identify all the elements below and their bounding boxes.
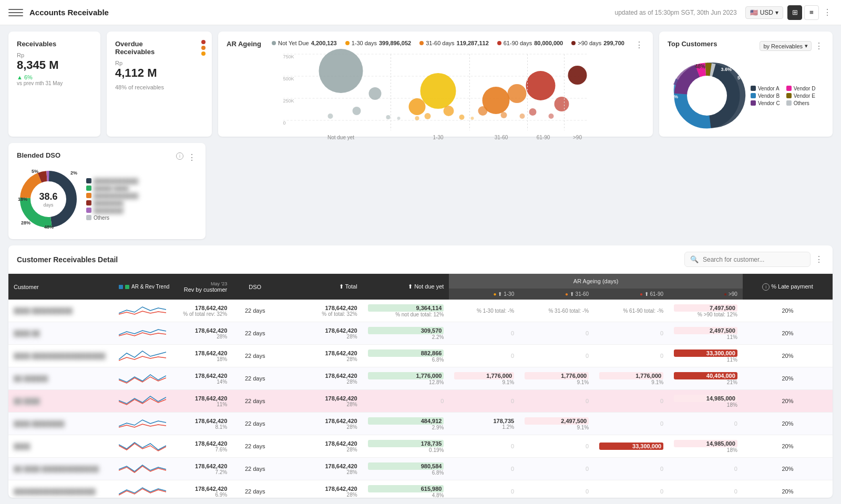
ar-indicator [119, 285, 123, 289]
svg-point-28 [529, 108, 537, 116]
dso-legend-4: ████████ [86, 200, 138, 206]
table-view-button[interactable]: ≡ [804, 5, 819, 20]
overdue-card: OverdueReceivables Rp 4,112 M 48% of rec… [107, 32, 212, 137]
dso-legend-5: ████████ [86, 208, 138, 213]
legend-dot-90-plus [571, 41, 576, 45]
dso-legend-3: ████████████ [86, 193, 138, 199]
receivables-card: Receivables Rp 8,345 M ▲ 6% vs prev mth … [8, 32, 100, 137]
donut-label-2pct: 2% [734, 61, 741, 67]
legend-1-30: 1-30 days 399,896,052 [345, 40, 411, 46]
legend-dot-1-30 [345, 41, 350, 45]
top-customers-content: 2% 3.6% 5% 18% 28% 48% Ve [668, 56, 824, 135]
svg-point-15 [409, 98, 426, 115]
overdue-dot-1 [201, 40, 206, 44]
chevron-down-icon: ▾ [805, 43, 808, 49]
currency-selector[interactable]: 🇺🇸 USD ▾ [745, 6, 783, 19]
flag-icon: 🇺🇸 [750, 9, 758, 16]
legend-31-60: 31-60 days 119,287,112 [419, 40, 489, 46]
col-customer: Customer [8, 274, 114, 300]
grid-view-button[interactable]: ⊞ [787, 5, 802, 20]
overdue-indicators [201, 40, 206, 56]
vendor-e-color [786, 93, 792, 98]
receivables-currency: Rp [17, 52, 92, 58]
svg-point-9 [369, 87, 382, 100]
svg-point-29 [549, 114, 554, 119]
donut-label-48pct: 48% [695, 64, 705, 69]
donut-label-28pct: 28% [672, 119, 681, 125]
trend-cell [114, 300, 175, 322]
svg-point-46 [687, 76, 727, 116]
legend-90-plus: >90 days 299,700 [571, 40, 624, 46]
last-updated: updated as of 15:30pm SGT, 30th Jun 2023 [614, 9, 736, 16]
customer-name: ████ ██████████ [8, 300, 114, 322]
table-more-options[interactable]: ⋮ [815, 254, 824, 264]
dso-info-icon[interactable]: i [176, 152, 183, 160]
dso-legend-2: █████ ████ [86, 186, 138, 191]
table-row: ████ ██████████ 178,642,420 % of total r… [8, 300, 833, 322]
subh-1-30: ● ⬆ 1-30 [449, 289, 519, 300]
svg-point-30 [568, 66, 587, 85]
table-row: ██ ████ 178,642,420 11% [8, 390, 833, 413]
table-body: ████ ██████████ 178,642,420 % of total r… [8, 300, 833, 498]
svg-point-22 [508, 84, 527, 103]
subh-31-60: ● ⬆ 31-60 [519, 289, 594, 300]
legend-dot-61-90 [497, 41, 501, 45]
search-icon: 🔍 [690, 255, 699, 263]
customer-search[interactable]: 🔍 [684, 252, 811, 267]
legend-dot-not-due [272, 41, 276, 45]
svg-text:500K: 500K [283, 76, 294, 81]
table-wrapper: Customer AR & Rev Trend [8, 274, 833, 498]
subh-61-90: ● ⬆ 61-90 [594, 289, 669, 300]
col-ar-rev: AR & Rev Trend [114, 274, 175, 300]
overdue-dot-3 [201, 52, 206, 56]
svg-point-23 [478, 106, 488, 116]
dso-card: Blended DSO i ⋮ [8, 143, 206, 239]
dso-more[interactable]: ⋮ [188, 152, 197, 162]
overdue-title: OverdueReceivables [115, 40, 203, 56]
svg-point-19 [415, 116, 419, 120]
legend-col-1: Vendor A Vendor B Vendor C [751, 86, 780, 106]
top-customers-more[interactable]: ⋮ [815, 41, 824, 51]
legend-col-2: Vendor D Vendor E Others [786, 86, 816, 106]
col-ar-ageing-group: AR Ageing (days) [449, 274, 742, 289]
table-section-header: Customer Receivables Detail 🔍 ⋮ [8, 245, 833, 274]
by-receivables-label: by Receivables [763, 43, 803, 49]
table-row: ████████████████████ 178,642,420 6.9% [8, 480, 833, 498]
pct-late-info[interactable]: i [762, 283, 770, 291]
overdue-currency: Rp [115, 60, 203, 66]
search-input[interactable] [703, 256, 805, 263]
svg-point-8 [319, 49, 363, 93]
d1-30-value: % 1-30 total: -% [449, 300, 519, 322]
by-receivables-selector[interactable]: by Receivables ▾ [760, 41, 812, 51]
dso-title: Blended DSO [17, 151, 60, 159]
svg-point-24 [501, 112, 507, 118]
dso-legend-others: Others [86, 215, 138, 221]
top-customers-legend: Vendor A Vendor B Vendor C [751, 56, 815, 135]
dso-2pct: 2% [70, 170, 77, 176]
rev-value: 178,642,420 % of total rev: 32% [175, 300, 232, 322]
dso-28pct: 28% [21, 220, 30, 225]
ar-ageing-more[interactable]: ⋮ [635, 40, 644, 50]
customer-receivables-section: Customer Receivables Detail 🔍 ⋮ Custome [8, 245, 833, 498]
menu-icon[interactable] [8, 5, 23, 20]
dso-legend-1: ████████████ [86, 178, 138, 184]
legend-vendor-e: Vendor E [786, 93, 816, 99]
dso-value: 22 days [232, 300, 278, 322]
table-controls: 🔍 ⋮ [684, 252, 824, 267]
header-more-options[interactable]: ⋮ [823, 7, 833, 17]
dso-center: 38.6 days [39, 191, 57, 208]
svg-point-17 [425, 113, 431, 119]
svg-point-11 [328, 114, 333, 119]
col-pct-late: i % Late payment [743, 274, 833, 300]
dso-value: 38.6 [39, 191, 57, 202]
dso-48pct: 48% [44, 224, 54, 230]
customer-table: Customer AR & Rev Trend [8, 274, 833, 498]
col-total: ⬆ Total [278, 274, 362, 300]
currency-value: USD [760, 9, 773, 16]
legend-others: Others [786, 100, 816, 106]
ar-ageing-card: AR Ageing Not Yet Due 4,200,123 1-30 day… [218, 32, 653, 137]
table-section-title: Customer Receivables Detail [17, 255, 118, 264]
total-value: 178,642,420 % of total: 32% [278, 300, 362, 322]
donut-label-5pct: 5% [737, 75, 744, 80]
legend-not-due: Not Yet Due 4,200,123 [272, 40, 337, 46]
